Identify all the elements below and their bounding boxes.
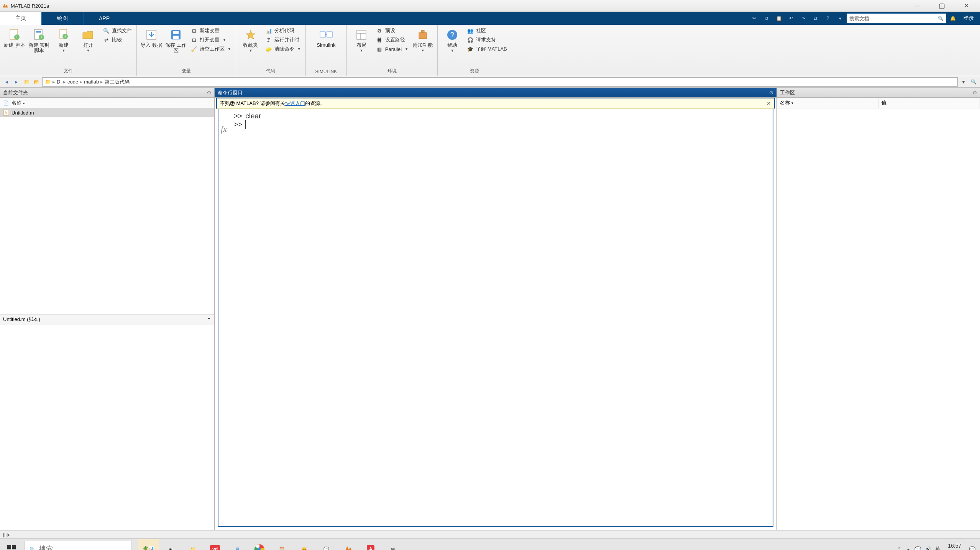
up-folder-button[interactable]: 📁 bbox=[22, 78, 31, 86]
start-button[interactable] bbox=[0, 539, 23, 550]
new-script-button[interactable]: + 新建 脚本 bbox=[3, 26, 26, 49]
taskbar-search-input[interactable] bbox=[39, 545, 128, 550]
new-live-script-button[interactable]: + 新建 实时脚本 bbox=[28, 26, 51, 55]
workspace-header[interactable]: 工作区 ⊙ bbox=[777, 88, 980, 98]
ws-value-column[interactable]: 值 bbox=[878, 98, 980, 108]
ws-name-column[interactable]: 名称 ▾ bbox=[777, 98, 878, 108]
compare-button[interactable]: ⇄比较 bbox=[101, 36, 133, 44]
layout-button[interactable]: 布局 ▼ bbox=[350, 26, 373, 54]
undo-icon[interactable]: ↶ bbox=[785, 13, 797, 24]
addons-button[interactable]: 附加功能 ▼ bbox=[411, 26, 434, 54]
doc-search[interactable]: 🔍 bbox=[847, 13, 946, 23]
clock[interactable]: 16:57 2023/9/3 bbox=[944, 543, 965, 550]
help-button[interactable]: ? 帮助 ▼ bbox=[441, 26, 464, 54]
tray-expand-icon[interactable]: ⌃ bbox=[897, 546, 901, 550]
file-row[interactable]: fx Untitled.m bbox=[0, 108, 214, 117]
command-window-body[interactable]: >> clear fx >> bbox=[218, 109, 773, 527]
forward-button[interactable]: ► bbox=[12, 78, 21, 86]
tab-home[interactable]: 主页 bbox=[0, 12, 42, 25]
wechat-app[interactable]: 💬 bbox=[316, 539, 337, 550]
request-support-button[interactable]: 🎧请求支持 bbox=[465, 36, 509, 44]
chrome-app[interactable] bbox=[249, 539, 270, 550]
acrobat-app[interactable]: A bbox=[360, 539, 381, 550]
file-list[interactable]: fx Untitled.m bbox=[0, 108, 214, 314]
tab-apps[interactable]: APP bbox=[84, 12, 125, 25]
preferences-button[interactable]: ⚙预设 bbox=[374, 26, 410, 35]
youdao-app[interactable]: yd bbox=[205, 539, 225, 550]
tab-plots[interactable]: 绘图 bbox=[42, 12, 84, 25]
ribbon-group-environment: 布局 ▼ ⚙预设 🛤设置路径 ▥Parallel▼ 附加功能 ▼ 环境 bbox=[347, 25, 438, 76]
path-segment[interactable]: matlab bbox=[84, 79, 99, 85]
browse-button[interactable]: 📂 bbox=[32, 78, 41, 86]
current-folder-header[interactable]: 当前文件夹 ⊙ bbox=[0, 88, 214, 98]
paste-icon[interactable]: 📋 bbox=[773, 13, 785, 24]
set-path-button[interactable]: 🛤设置路径 bbox=[374, 36, 410, 44]
svg-rect-17 bbox=[357, 30, 366, 39]
simulink-button[interactable]: Simulink bbox=[309, 26, 343, 49]
taskbar-app-blue[interactable]: 🖥 bbox=[227, 539, 248, 550]
ime-indicator[interactable]: 英 bbox=[935, 546, 941, 550]
new-button[interactable]: + 新建 ▼ bbox=[52, 26, 75, 54]
file-explorer-button[interactable]: 📁 bbox=[182, 539, 203, 550]
close-button[interactable]: ✕ bbox=[954, 0, 978, 12]
help-icon[interactable]: ? bbox=[822, 13, 834, 24]
find-files-button[interactable]: 🔍查找文件 bbox=[101, 26, 133, 35]
taskbar-app-dark[interactable]: 🐱 bbox=[294, 539, 314, 550]
maximize-button[interactable]: ▢ bbox=[929, 0, 954, 12]
clear-commands-button[interactable]: 🧽清除命令▼ bbox=[264, 45, 302, 53]
open-variable-button[interactable]: ⊡打开变量▼ bbox=[189, 36, 233, 44]
name-column[interactable]: 名称 ▾ bbox=[11, 100, 25, 106]
onedrive-icon[interactable]: ☁ bbox=[905, 546, 911, 550]
community-button[interactable]: 👥社区 bbox=[465, 26, 509, 35]
doc-search-input[interactable] bbox=[849, 16, 938, 21]
open-button[interactable]: 打开 ▼ bbox=[77, 26, 100, 54]
path-segment[interactable]: D: bbox=[57, 79, 62, 85]
task-view-button[interactable]: ⊞ bbox=[160, 539, 181, 550]
notifications-icon[interactable]: 💬 bbox=[969, 546, 975, 550]
favorites-button[interactable]: 收藏夹 ▼ bbox=[239, 26, 262, 54]
login-link[interactable]: 登录 bbox=[959, 15, 978, 22]
path-segment[interactable]: code bbox=[67, 79, 78, 85]
minimize-button[interactable]: ─ bbox=[905, 0, 929, 12]
address-dropdown[interactable]: ▼ bbox=[959, 79, 968, 85]
clear-workspace-button[interactable]: 🧹清空工作区▼ bbox=[189, 45, 233, 53]
speech-icon[interactable]: 💬 bbox=[914, 546, 921, 550]
parallel-button[interactable]: ▥Parallel▼ bbox=[374, 45, 410, 53]
ribbon-group-file: + 新建 脚本 + 新建 实时脚本 + 新建 ▼ 打开 ▼ 🔍查找文件 ⇄比较 bbox=[0, 25, 137, 76]
analyze-code-button[interactable]: 📊分析代码 bbox=[264, 26, 302, 35]
collapse-icon[interactable]: ⌃ bbox=[207, 317, 211, 322]
matlab-taskbar[interactable] bbox=[338, 539, 359, 550]
redo-icon[interactable]: ↷ bbox=[798, 13, 809, 24]
address-path[interactable]: 📁 ▸ D: ▸ code ▸ matlab ▸ 第二版代码 bbox=[42, 77, 958, 87]
panel-menu-icon[interactable]: ⊙ bbox=[973, 90, 977, 95]
quick-start-link[interactable]: 快速入门 bbox=[285, 100, 305, 107]
cut-icon[interactable]: ✂ bbox=[749, 13, 760, 24]
search-icon[interactable]: 🔍 bbox=[938, 16, 944, 21]
learn-matlab-button[interactable]: 🎓了解 MATLAB bbox=[465, 45, 509, 53]
support-icon: 🎧 bbox=[467, 36, 474, 43]
address-search-icon[interactable]: 🔍 bbox=[969, 78, 978, 86]
import-data-button[interactable]: 导入 数据 bbox=[140, 26, 163, 49]
command-prompt-line[interactable]: >> bbox=[220, 120, 771, 129]
path-segment[interactable]: 第二版代码 bbox=[105, 79, 130, 85]
expand-icon[interactable]: ▾ bbox=[834, 13, 846, 24]
copy-icon[interactable]: ⧉ bbox=[761, 13, 772, 24]
banner-close-button[interactable]: ✕ bbox=[767, 100, 771, 106]
new-variable-button[interactable]: ⊞新建变量 bbox=[189, 26, 233, 35]
save-workspace-button[interactable]: 保存 工作区 bbox=[164, 26, 187, 55]
command-window-header[interactable]: 命令行窗口 ⊙ bbox=[215, 88, 776, 98]
svg-rect-27 bbox=[12, 545, 16, 549]
run-and-time-button[interactable]: ⏱运行并计时 bbox=[264, 36, 302, 44]
back-button[interactable]: ◄ bbox=[2, 78, 11, 86]
taskbar-search[interactable]: 🔍 bbox=[25, 541, 132, 550]
volume-icon[interactable]: 🔊 bbox=[925, 546, 931, 550]
bell-icon[interactable]: 🔔 bbox=[947, 13, 959, 24]
calculator-app[interactable]: 🧮 bbox=[271, 539, 292, 550]
panel-menu-icon[interactable]: ⊙ bbox=[769, 90, 773, 95]
taskbar-app-1[interactable]: 🪴📊 bbox=[138, 539, 159, 550]
fx-icon[interactable]: fx bbox=[221, 124, 227, 134]
panel-menu-icon[interactable]: ⊙ bbox=[207, 90, 211, 95]
mail-app[interactable]: ✉ bbox=[382, 539, 403, 550]
switch-windows-icon[interactable]: ⇄ bbox=[810, 13, 821, 24]
workspace-body[interactable] bbox=[777, 108, 980, 530]
